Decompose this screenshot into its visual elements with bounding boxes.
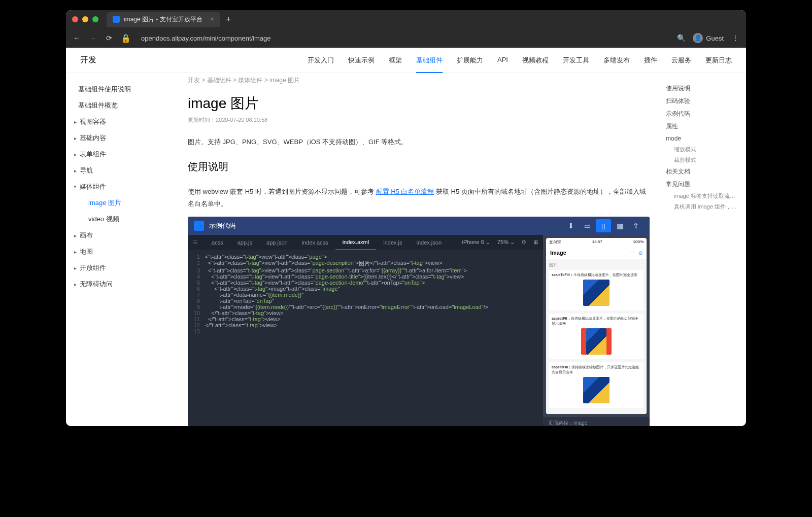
ide-logo-icon [194,221,204,231]
nav-item[interactable]: 开发入门 [308,56,334,65]
sidebar-item[interactable]: 媒体组件 [72,179,172,195]
carrier-label: 支付宝 [549,239,561,245]
tablet-icon[interactable]: ▭ [580,219,595,232]
nav-item[interactable]: 扩展能力 [457,56,483,65]
forward-button[interactable]: → [88,34,97,42]
new-tab-button[interactable]: + [226,15,231,24]
nav-item[interactable]: 基础组件 [416,56,443,73]
nav-item[interactable]: 云服务 [671,56,691,65]
menu-button[interactable]: ⋮ [731,34,740,42]
editor-tab[interactable]: index.axml [335,235,377,250]
tab-title: image 图片 - 支付宝开放平台 [124,15,202,24]
profile-label: Guest [706,35,724,42]
device-select[interactable]: iPhone 6 ⌄ [462,239,490,246]
intro-text: 图片。支持 JPG、PNG、SVG、WEBP（iOS 不支持动图）、GIF 等格… [188,136,650,148]
chevron-down-icon: ⌄ [486,239,490,245]
lock-icon: 🔒 [121,33,131,43]
toc-subitem[interactable]: image 标签支持读取流文… [665,191,741,201]
grid-icon[interactable]: ⊞ [533,239,538,246]
nav-item[interactable]: 框架 [389,56,402,65]
usage-text: 使用 webview 嵌套 H5 时，若遇到图片资源不显示问题，可参考 配置 H… [188,186,650,210]
sidebar-item[interactable]: 导航 [72,162,172,179]
chevron-down-icon: ⌄ [510,239,515,245]
refresh-icon[interactable]: ⟳ [522,239,526,246]
qr-icon[interactable]: ▦ [612,219,627,232]
download-icon[interactable]: ⬇ [563,219,579,232]
preview-card: aspectFit：保持纵横比缩放图片，使图片的长边能完全显示出来 [549,314,644,359]
ide-panel: 示例代码 ⬇ ▭ ▯ ▦ ⇪ ☰ .acssap [188,217,650,426]
editor-tab[interactable]: index.acss [295,235,335,250]
address-bar[interactable]: opendocs.alipay.com/mini/component/image [141,35,669,42]
browser-tab[interactable]: image 图片 - 支付宝开放平台 × [107,12,220,27]
toc-item[interactable]: 属性 [665,120,741,133]
toc-item[interactable]: 相关文档 [665,165,741,178]
toc-item[interactable]: 使用说明 [665,82,741,95]
sidebar-item[interactable]: 无障碍访问 [72,276,172,292]
sidebar-item[interactable]: 表单组件 [72,146,172,162]
sidebar-item[interactable]: 画布 [72,227,172,244]
page-title: image 图片 [188,94,650,113]
window-maximize-icon[interactable] [92,16,98,22]
sidebar-item[interactable]: 基础组件概览 [72,97,172,114]
ide-title: 示例代码 [209,221,235,230]
sample-image [586,328,606,355]
nav-item[interactable]: 更新日志 [705,56,732,65]
nav-item[interactable]: 插件 [644,56,657,65]
page-path: 页面路径：image [543,417,650,426]
window-minimize-icon[interactable] [82,16,88,22]
phone-icon[interactable]: ▯ [596,219,611,232]
reload-button[interactable]: ⟳ [105,34,114,42]
sidebar-item[interactable]: 基础内容 [72,130,172,146]
close-preview-icon[interactable]: ⊙ [638,250,642,256]
nav-item[interactable]: 视频教程 [522,56,549,65]
updated-meta: 更新时间：2020-07-20 08:10:58 [188,116,650,124]
sample-image [583,280,610,306]
clock-label: 14:57 [592,239,602,245]
simulator: 支付宝 14:57 100% Image ⋯⊙ 图片 [546,238,647,414]
sample-image [583,377,610,403]
toc-item[interactable]: mode [665,133,741,144]
avatar-icon: 👤 [693,33,703,43]
profile-button[interactable]: 👤 Guest [693,33,724,43]
section-usage: 使用说明 [188,160,650,174]
preview-card: scaleToFill：不保持纵横比缩放图片，使图片完全适应 [549,270,644,311]
toc-subitem[interactable]: 真机调用 image 组件，… [665,201,741,212]
zoom-select[interactable]: 75% ⌄ [497,239,515,246]
favicon-icon [113,16,120,23]
sidebar-item[interactable]: 基础组件使用说明 [72,81,172,97]
whitelist-link[interactable]: 配置 H5 白名单流程 [376,188,434,195]
back-button[interactable]: ← [72,34,81,42]
sidebar-item[interactable]: 地图 [72,244,172,260]
nav-item[interactable]: 多端发布 [603,56,630,65]
sidebar-item[interactable]: 开放组件 [72,260,172,276]
more-icon[interactable]: ⋯ [629,250,634,256]
breadcrumb: 开发 > 基础组件 > 媒体组件 > image 图片 [188,73,650,88]
toc-subitem[interactable]: 裁剪模式 [665,155,741,165]
battery-label: 100% [633,239,644,245]
toc-subitem[interactable]: 缩放模式 [665,144,741,155]
editor-tab[interactable]: app.json [259,235,295,250]
brand-label: 开发 [80,55,96,65]
window-close-icon[interactable] [72,16,78,22]
sidebar-subitem[interactable]: video 视频 [72,211,172,227]
toc-item[interactable]: 示例代码 [665,108,741,120]
share-icon[interactable]: ⇪ [628,219,644,232]
preview-section-label: 图片 [549,262,644,268]
close-icon[interactable]: × [211,16,214,23]
editor-tab[interactable]: index.js [376,235,409,250]
files-icon[interactable]: ☰ [188,235,203,250]
nav-item[interactable]: 开发工具 [563,56,589,65]
editor-tab[interactable]: index.json [410,235,449,250]
search-icon[interactable]: 🔍 [676,34,686,42]
toc-item[interactable]: 常见问题 [665,178,741,191]
preview-card: aspectFill：保持纵横比缩放图片，只保证图片的短边能完全显示出来 [549,362,644,408]
nav-item[interactable]: 快速示例 [348,56,375,65]
sidebar-subitem[interactable]: image 图片 [72,195,172,211]
nav-item[interactable]: API [497,56,508,65]
editor-tab[interactable]: app.js [230,235,259,250]
sidebar-item[interactable]: 视图容器 [72,114,172,130]
editor-tab[interactable]: .acss [203,235,230,250]
preview-title: Image [550,250,566,256]
toc-item[interactable]: 扫码体验 [665,95,741,108]
